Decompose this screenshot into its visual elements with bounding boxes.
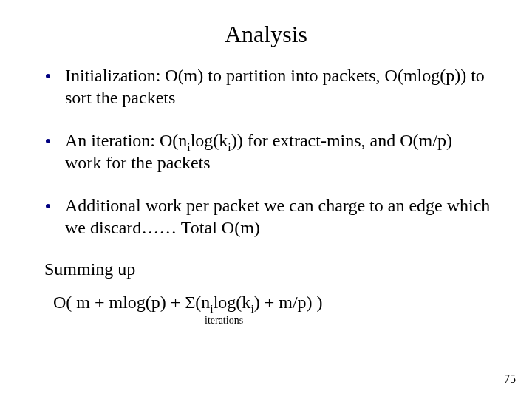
formula: O( m + mlog(p) + Σ(nilog(ki) + m/p) ) [53, 293, 323, 313]
slide-root: Analysis Initialization: O(m) to partiti… [0, 0, 532, 399]
bullet-text: Initialization: O(m) to partition into p… [65, 66, 485, 107]
bullet-list: Initialization: O(m) to partition into p… [40, 64, 492, 239]
formula-row: O( m + mlog(p) + Σ(nilog(ki) + m/p) ) it… [40, 293, 492, 313]
page-number: 75 [504, 372, 516, 386]
bullet-icon [46, 139, 50, 143]
bullet-text-part: log(k [191, 131, 228, 150]
formula-part: O( m + mlog(p) + Σ [53, 293, 195, 312]
formula-part: ) + m/p) ) [254, 293, 323, 312]
bullet-text-part: An iteration: O(n [65, 131, 187, 150]
iterations-label: iterations [205, 315, 243, 327]
bullet-text: Additional work per packet we can charge… [65, 196, 490, 237]
formula-part: (n [195, 293, 210, 312]
list-item: Additional work per packet we can charge… [40, 194, 492, 239]
list-item: Initialization: O(m) to partition into p… [40, 64, 492, 109]
bullet-icon [46, 204, 50, 208]
bullet-icon [46, 74, 50, 78]
list-item: An iteration: O(nilog(ki)) for extract-m… [40, 129, 492, 174]
summing-label: Summing up [40, 259, 492, 279]
page-title: Analysis [40, 21, 492, 48]
formula-part: log(k [214, 293, 251, 312]
